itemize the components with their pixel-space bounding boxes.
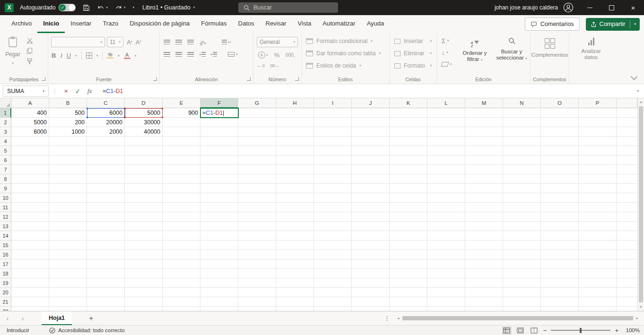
delete-cells-button[interactable]: Eliminar ▾ bbox=[390, 47, 436, 60]
tab-datos[interactable]: Datos bbox=[233, 15, 260, 33]
row-header-5[interactable]: 5 bbox=[0, 146, 11, 155]
tab-archivo[interactable]: Archivo bbox=[6, 15, 37, 33]
column-header-G[interactable]: G bbox=[238, 98, 276, 108]
column-header-J[interactable]: J bbox=[352, 98, 390, 108]
next-sheet-arrow[interactable]: › bbox=[15, 314, 30, 322]
vertical-scroll-thumb[interactable] bbox=[639, 106, 643, 302]
new-sheet-button[interactable]: + bbox=[89, 314, 93, 323]
dialog-launcher-icon[interactable] bbox=[295, 77, 299, 81]
column-header-M[interactable]: M bbox=[465, 98, 503, 108]
align-center-icon[interactable] bbox=[175, 52, 182, 57]
align-right-icon[interactable] bbox=[187, 52, 194, 57]
tab-inicio[interactable]: Inicio bbox=[37, 15, 65, 33]
cancel-button[interactable]: × bbox=[60, 87, 72, 95]
decrease-decimal-button[interactable]: .00→ bbox=[270, 63, 279, 68]
font-name-select[interactable]: ▾ bbox=[51, 37, 105, 47]
row-header-9[interactable]: 9 bbox=[0, 184, 11, 193]
save-icon[interactable] bbox=[83, 4, 90, 11]
cell-C1[interactable]: 6000 bbox=[87, 108, 125, 118]
row-header-18[interactable]: 18 bbox=[0, 269, 11, 278]
cut-button[interactable] bbox=[26, 37, 33, 44]
normal-view-button[interactable] bbox=[502, 326, 512, 335]
scroll-left-arrow[interactable]: ◂ bbox=[395, 316, 401, 320]
insert-cells-button[interactable]: Insertar ▾ bbox=[390, 35, 436, 47]
column-header-I[interactable]: I bbox=[314, 98, 352, 108]
column-header-H[interactable]: H bbox=[276, 98, 314, 108]
autosave-toggle-pill[interactable]: ✓ bbox=[59, 4, 76, 11]
undo-button[interactable]: ▾ bbox=[97, 5, 108, 11]
align-left-icon[interactable] bbox=[164, 52, 170, 57]
column-header-L[interactable]: L bbox=[427, 98, 465, 108]
decrease-indent-button[interactable]: ◂ bbox=[199, 52, 206, 57]
chevron-down-icon[interactable]: ▾ bbox=[118, 54, 120, 58]
cell-A3[interactable]: 6000 bbox=[11, 127, 49, 137]
chevron-down-icon[interactable]: ▾ bbox=[43, 89, 44, 93]
format-cells-button[interactable]: Formato ▾ bbox=[390, 60, 436, 72]
percent-format-button[interactable]: % bbox=[274, 52, 280, 59]
row-header-13[interactable]: 13 bbox=[0, 222, 11, 231]
column-header-D[interactable]: D bbox=[125, 98, 163, 108]
column-header-P[interactable]: P bbox=[579, 98, 617, 108]
tab-automatizar[interactable]: Automatizar bbox=[317, 15, 361, 33]
chevron-down-icon[interactable]: ▾ bbox=[106, 6, 108, 9]
cell-A2[interactable]: 5000 bbox=[11, 118, 49, 127]
merge-center-button[interactable]: ▾ bbox=[228, 52, 238, 57]
scroll-up-arrow[interactable]: ▲ bbox=[638, 98, 644, 106]
comma-format-button[interactable]: 000, bbox=[286, 52, 295, 58]
zoom-out-button[interactable]: − bbox=[543, 327, 547, 334]
quick-access-chevron-icon[interactable]: ▾ bbox=[132, 6, 134, 9]
zoom-thumb[interactable] bbox=[580, 328, 582, 333]
row-header-12[interactable]: 12 bbox=[0, 212, 11, 222]
user-name[interactable]: johan jose araujo caldera bbox=[495, 4, 558, 11]
sheet-options-kebab-icon[interactable]: ⋮ bbox=[384, 315, 390, 322]
cell-D3[interactable]: 40000 bbox=[125, 127, 163, 137]
cell-C3[interactable]: 2000 bbox=[87, 127, 125, 137]
text-orientation-button[interactable]: ab▾ bbox=[199, 38, 206, 46]
column-header-A[interactable]: A bbox=[11, 98, 49, 108]
search-box[interactable]: Buscar bbox=[238, 2, 338, 13]
tab-revisar[interactable]: Revisar bbox=[260, 15, 292, 33]
sort-filter-button[interactable]: AZ Ordenar y filtrar ▾ bbox=[458, 37, 492, 63]
paste-button[interactable]: Pegar ▾ bbox=[2, 36, 23, 66]
formula-bar-grip-icon[interactable]: ⋮ bbox=[50, 88, 60, 94]
close-button[interactable]: × bbox=[622, 0, 644, 15]
dialog-launcher-icon[interactable] bbox=[247, 77, 251, 81]
column-header-F[interactable]: F bbox=[200, 98, 238, 108]
cell-C2[interactable]: 20000 bbox=[87, 118, 125, 127]
tab-insertar[interactable]: Insertar bbox=[65, 15, 97, 33]
dialog-launcher-icon[interactable] bbox=[42, 77, 45, 81]
dialog-launcher-icon[interactable] bbox=[153, 77, 157, 81]
document-title[interactable]: Libro1 • Guardado ▾ bbox=[142, 4, 195, 11]
excel-app-icon[interactable]: X bbox=[5, 3, 14, 12]
underline-button[interactable]: U bbox=[67, 52, 71, 59]
select-all-corner[interactable] bbox=[0, 98, 11, 108]
row-header-22[interactable]: 22 bbox=[0, 307, 11, 311]
column-header-O[interactable]: O bbox=[541, 98, 579, 108]
collapse-ribbon-chevron-icon[interactable] bbox=[631, 73, 637, 80]
autosum-button[interactable]: Σ▾ bbox=[442, 36, 452, 45]
column-header-E[interactable]: E bbox=[163, 98, 200, 108]
horizontal-scroll-thumb[interactable] bbox=[402, 316, 633, 320]
font-size-select[interactable]: 11▾ bbox=[107, 37, 123, 47]
sheet-tab-hoja1[interactable]: Hoja1 bbox=[42, 311, 72, 325]
align-bottom-icon[interactable] bbox=[187, 40, 194, 44]
borders-button[interactable] bbox=[86, 52, 92, 59]
scroll-down-arrow[interactable]: ▼ bbox=[638, 303, 644, 311]
tab-vista[interactable]: Vista bbox=[292, 15, 317, 33]
minimize-button[interactable] bbox=[579, 0, 600, 15]
chevron-down-icon[interactable]: ▾ bbox=[96, 54, 98, 58]
row-header-14[interactable]: 14 bbox=[0, 231, 11, 241]
formula-input[interactable]: =C1-D1 bbox=[96, 88, 632, 94]
increase-indent-button[interactable]: ▸ bbox=[211, 52, 218, 57]
align-middle-icon[interactable] bbox=[175, 40, 182, 44]
row-header-15[interactable]: 15 bbox=[0, 241, 11, 250]
row-header-7[interactable]: 7 bbox=[0, 165, 11, 174]
cell-B1[interactable]: 500 bbox=[49, 108, 87, 118]
row-header-8[interactable]: 8 bbox=[0, 174, 11, 184]
zoom-in-button[interactable]: + bbox=[615, 327, 618, 334]
format-painter-button[interactable] bbox=[26, 58, 33, 65]
find-select-button[interactable]: Buscar y seleccionar ▾ bbox=[495, 37, 529, 61]
increase-decimal-button[interactable]: ←.0 bbox=[257, 63, 265, 68]
tab-formulas[interactable]: Fórmulas bbox=[195, 15, 232, 33]
conditional-formatting-button[interactable]: Formato condicional ▾ bbox=[302, 35, 389, 47]
